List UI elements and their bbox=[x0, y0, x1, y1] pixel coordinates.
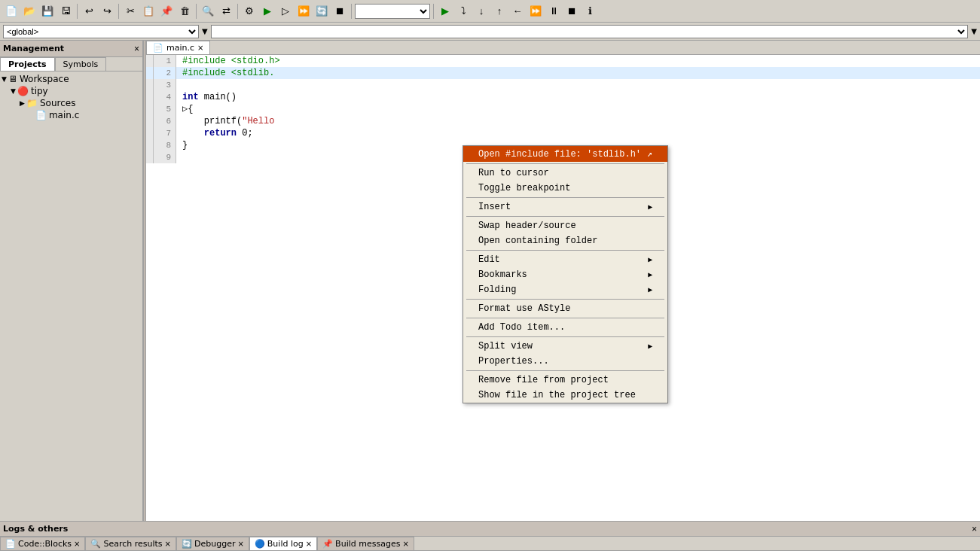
debug-info-button[interactable]: ℹ bbox=[582, 3, 598, 20]
bottom-tab-buildlog-close[interactable]: × bbox=[306, 540, 312, 548]
tree-item-sources[interactable]: ▶ 📁 Sources bbox=[2, 97, 141, 109]
bottom-panel-header: Logs & others × bbox=[0, 522, 980, 537]
cm-open-containing[interactable]: Open containing folder bbox=[463, 233, 667, 248]
debug-stop-button[interactable]: ⏹ bbox=[563, 3, 580, 20]
tipy-icon: 🔴 bbox=[17, 86, 29, 96]
debug-cont-button[interactable]: ⏩ bbox=[527, 3, 544, 20]
linenum-5: 5 bbox=[154, 103, 176, 115]
tab-symbols[interactable]: Symbols bbox=[55, 57, 107, 71]
cm-properties[interactable]: Properties... bbox=[463, 354, 667, 369]
cm-split-view-label: Split view bbox=[478, 341, 533, 352]
left-panel: Management × Projects Symbols ▼ 🖥 Worksp… bbox=[0, 41, 143, 521]
bottom-tab-codeblocks[interactable]: 📄 Code::Blocks × bbox=[0, 537, 85, 550]
cm-show-file-tree[interactable]: Show file in the project tree bbox=[463, 388, 667, 403]
cm-run-to-cursor[interactable]: Run to cursor bbox=[463, 166, 667, 181]
cm-bookmarks[interactable]: Bookmarks ▶ bbox=[463, 267, 667, 282]
bottom-tab-search-results[interactable]: 🔍 Search results × bbox=[85, 537, 176, 550]
bottom-tab-build-messages[interactable]: 📌 Build messages × bbox=[317, 537, 414, 550]
cm-edit[interactable]: Edit ▶ bbox=[463, 252, 667, 267]
global-select[interactable]: <global> bbox=[3, 25, 199, 38]
bottom-tab-codeblocks-close[interactable]: × bbox=[74, 540, 80, 548]
code-line-1: 1 #include <stdio.h> bbox=[146, 55, 980, 67]
search-button[interactable]: 🔍 bbox=[200, 3, 216, 20]
editor-tab-mainc[interactable]: 📄 main.c × bbox=[146, 41, 210, 54]
code-editor[interactable]: 1 #include <stdio.h> 2 #include <stdlib.… bbox=[146, 55, 980, 521]
sep2 bbox=[118, 4, 119, 19]
copy-button[interactable]: 📋 bbox=[140, 3, 157, 20]
sep5 bbox=[351, 4, 352, 19]
run-button[interactable]: ▷ bbox=[277, 3, 294, 20]
replace-button[interactable]: ⇄ bbox=[218, 3, 234, 20]
tree-item-workspace[interactable]: ▼ 🖥 Workspace bbox=[2, 73, 141, 85]
mainc-label: main.c bbox=[49, 110, 79, 120]
rebuild-button[interactable]: 🔄 bbox=[313, 3, 330, 20]
saveall-button[interactable]: 🖫 bbox=[57, 3, 74, 20]
cm-split-view-arrow: ▶ bbox=[648, 342, 652, 351]
cm-sep-6 bbox=[466, 318, 664, 318]
cm-remove-file[interactable]: Remove file from project bbox=[463, 373, 667, 388]
code-line-5: 5 ▷{ bbox=[146, 103, 980, 115]
debug-button[interactable]: ▶ bbox=[437, 3, 453, 20]
cm-bookmarks-arrow: ▶ bbox=[648, 270, 652, 279]
debug-pause-button[interactable]: ⏸ bbox=[545, 3, 562, 20]
sep3 bbox=[196, 4, 197, 19]
cm-split-view[interactable]: Split view ▶ bbox=[463, 339, 667, 354]
linenum-2: 2 bbox=[154, 67, 176, 79]
redo-button[interactable]: ↪ bbox=[99, 3, 115, 20]
save-button[interactable]: 💾 bbox=[39, 3, 56, 20]
debug-next-button[interactable]: ⤵ bbox=[455, 3, 472, 20]
bottom-tab-debugger[interactable]: 🔄 Debugger × bbox=[176, 537, 249, 550]
open-button[interactable]: 📂 bbox=[21, 3, 38, 20]
cm-swap-header[interactable]: Swap header/source bbox=[463, 218, 667, 233]
bottom-tab-buildlog-label: Build log bbox=[267, 539, 304, 549]
debug-step-button[interactable]: ↓ bbox=[473, 3, 490, 20]
cm-properties-label: Properties... bbox=[478, 356, 549, 367]
cm-toggle-breakpoint[interactable]: Toggle breakpoint bbox=[463, 181, 667, 196]
build-target-select[interactable]: Debug bbox=[355, 4, 430, 19]
cm-add-todo[interactable]: Add Todo item... bbox=[463, 320, 667, 335]
delete-button[interactable]: 🗑 bbox=[176, 3, 193, 20]
cm-open-containing-label: Open containing folder bbox=[478, 236, 597, 246]
cm-folding[interactable]: Folding ▶ bbox=[463, 282, 667, 297]
tab-projects[interactable]: Projects bbox=[0, 57, 55, 71]
gutter-7 bbox=[146, 127, 154, 139]
line-content-3 bbox=[176, 79, 182, 91]
undo-button[interactable]: ↩ bbox=[81, 3, 97, 20]
cm-format-astyle[interactable]: Format use AStyle bbox=[463, 301, 667, 316]
settings-button[interactable]: ⚙ bbox=[241, 3, 258, 20]
stop-button[interactable]: ⏹ bbox=[331, 3, 348, 20]
cm-insert[interactable]: Insert ▶ bbox=[463, 199, 667, 215]
linenum-8: 8 bbox=[154, 139, 176, 151]
path-select[interactable] bbox=[211, 25, 969, 38]
editor-tabs: 📄 main.c × bbox=[146, 41, 980, 55]
bottom-tab-build-log[interactable]: 🔵 Build log × bbox=[249, 537, 317, 550]
linenum-6: 6 bbox=[154, 115, 176, 127]
line-content-4: int main() bbox=[176, 91, 237, 103]
bottom-tab-buildmsg-close[interactable]: × bbox=[402, 540, 408, 548]
paste-button[interactable]: 📌 bbox=[158, 3, 175, 20]
debug-out-button[interactable]: ↑ bbox=[491, 3, 508, 20]
code-line-2: 2 #include <stdlib. bbox=[146, 67, 980, 79]
sources-icon: 📁 bbox=[26, 98, 38, 108]
bottom-tab-search-close[interactable]: × bbox=[165, 540, 171, 548]
linenum-7: 7 bbox=[154, 127, 176, 139]
cm-open-include[interactable]: Open #include file: 'stdlib.h' ↗ bbox=[463, 146, 667, 162]
line-content-8: } bbox=[176, 139, 188, 151]
bottom-panel-close[interactable]: × bbox=[972, 524, 977, 534]
tree-item-tipy[interactable]: ▼ 🔴 tipy bbox=[2, 85, 141, 97]
build-button[interactable]: ▶ bbox=[259, 3, 276, 20]
cm-insert-arrow: ▶ bbox=[648, 202, 652, 212]
buildrun-button[interactable]: ⏩ bbox=[295, 3, 312, 20]
editor-tab-close[interactable]: × bbox=[197, 44, 203, 52]
bottom-tab-debugger-icon: 🔄 bbox=[182, 539, 192, 549]
cm-insert-label: Insert bbox=[478, 202, 511, 212]
bottom-content bbox=[0, 551, 980, 560]
tree-item-mainc[interactable]: ▶ 📄 main.c bbox=[2, 109, 141, 121]
panel-close-button[interactable]: × bbox=[134, 44, 139, 54]
debug-prev-button[interactable]: ← bbox=[509, 3, 526, 20]
cm-sep-5 bbox=[466, 299, 664, 300]
bottom-tab-debugger-close[interactable]: × bbox=[237, 540, 243, 548]
cut-button[interactable]: ✂ bbox=[122, 3, 139, 20]
cm-show-file-tree-label: Show file in the project tree bbox=[478, 390, 636, 400]
new-button[interactable]: 📄 bbox=[3, 3, 20, 20]
